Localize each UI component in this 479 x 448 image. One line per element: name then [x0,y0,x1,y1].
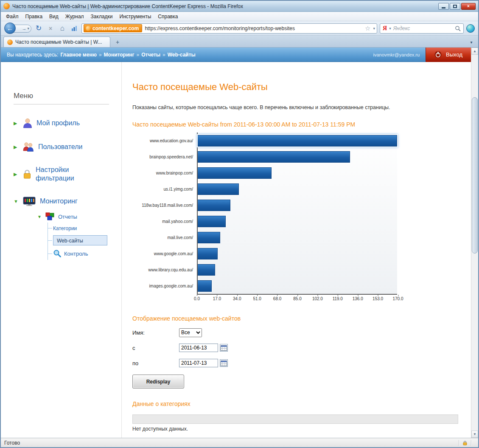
name-select[interactable]: Все [179,328,202,337]
maximize-button[interactable] [450,3,460,10]
urlbar-dropdown-icon[interactable]: ▾ [373,26,375,31]
chevron-right-icon: ▶ [14,121,19,126]
bar-chart-icon [71,25,78,32]
chart-bar[interactable] [198,167,272,179]
forward-icon: → [22,26,26,31]
menubar-item[interactable]: Правка [22,13,46,20]
url-bar[interactable]: contentkeeper.com https://express.conten… [81,23,377,34]
chart-labels: www.education.gov.au/brainpop.speedera.n… [132,132,197,295]
chart-bar[interactable] [198,232,220,243]
tab-label: Часто посещаемые Web-сайты | W... [15,39,102,45]
menubar-item[interactable]: Инструменты [116,13,155,20]
scroll-up-button[interactable]: ▲ [471,48,478,55]
chart-axis-row: 0.017.034.051.068.085.0102.0119.0136.015… [132,295,458,302]
chart-bar-row [198,278,397,294]
sidebar-item-filter-settings[interactable]: ▶ Настройки фильтрации [14,166,121,183]
date-from-row: с [132,343,458,352]
site-favicon [86,26,91,31]
minimize-button[interactable] [438,3,449,10]
search-engine-dropdown-icon[interactable]: ▾ [389,26,391,31]
new-tab-button[interactable]: + [112,38,123,46]
home-button[interactable]: ⌂ [58,24,67,33]
reload-button[interactable]: ↻ [34,24,43,33]
main-content: Часто посещаемые Web-сайты Показаны сайт… [122,62,471,438]
logout-label: Выход [446,51,462,58]
chevron-right-icon: ▶ [14,172,19,177]
sidebar-item-control[interactable]: Контроль [53,247,121,260]
stats-toolbar-button[interactable] [70,24,79,33]
chart-bar[interactable] [198,264,215,276]
redisplay-button[interactable]: Redisplay [132,375,184,389]
date-from-input[interactable] [179,344,218,352]
menubar-item[interactable]: Файл [3,13,22,20]
date-to-calendar-button[interactable] [220,359,228,367]
logout-button[interactable]: Выход [426,48,471,62]
axis-tick-label: 34.0 [233,296,241,301]
chart-category-label: brainpop.speedera.net/ [132,149,197,165]
chart-bar[interactable] [198,135,397,147]
titlebar: Часто посещаемые Web-сайты | Web-админис… [1,1,478,12]
search-icon[interactable] [455,25,461,31]
url-text[interactable]: https://express.contentkeeper.com/monito… [145,25,362,31]
home-icon: ⌂ [60,24,64,33]
axis-tick-label: 170.0 [392,296,403,301]
firefox-icon [3,3,10,9]
sidebar-item-monitoring[interactable]: ▼ Мониторинг [14,196,121,206]
chart-bar[interactable] [198,248,218,259]
categories-section-title: Данные о категориях [132,400,458,407]
search-placeholder[interactable]: Яндекс [393,25,453,31]
axis-tick-label: 102.0 [312,296,323,301]
chart-bar-row [198,132,397,149]
chevron-down-icon: ▼ [37,214,42,219]
breadcrumb-links: Главное меню»Мониторинг»Отчеты»Web-сайты [60,52,195,58]
close-button[interactable]: × [461,3,476,10]
menubar-item[interactable]: Закладки [87,13,116,20]
stop-button[interactable]: × [46,24,55,33]
breadcrumb-link[interactable]: Отчеты [141,52,160,58]
sidebar-item-label: Категории [53,225,77,231]
chart-bar[interactable] [198,200,230,211]
list-all-tabs-button[interactable]: ▾ [467,38,476,46]
top-websites-chart: www.education.gov.au/brainpop.speedera.n… [132,132,458,302]
maximize-icon [453,5,457,8]
date-to-input[interactable] [179,359,218,367]
security-lock-icon[interactable] [462,440,468,445]
chart-bar[interactable] [198,151,350,163]
menubar-item[interactable]: Журнал [62,13,87,20]
breadcrumb-link[interactable]: Мониторинг [104,52,134,58]
sidebar-item-websites[interactable]: Web-сайты [53,234,121,247]
sidebar-item-categories[interactable]: Категории [53,223,121,234]
chart-bar-row [198,149,397,165]
bookmark-star-icon[interactable]: ☆ [365,25,370,32]
page-column: Вы находитесь здесь: Главное меню»Монито… [1,48,471,438]
vertical-scrollbar[interactable]: ▲ ▼ [471,48,478,438]
sidebar-item-my-profile[interactable]: ▶ Мой профиль [14,118,121,128]
scrollbar-track[interactable] [471,55,478,431]
status-separator [459,440,459,446]
date-from-calendar-button[interactable] [220,344,228,352]
menubar-item[interactable]: Вид [46,13,62,20]
breadcrumb-link[interactable]: Главное меню [60,52,97,58]
tab-top-websites[interactable]: Часто посещаемые Web-сайты | W... [3,37,110,47]
back-button[interactable]: ← [4,23,16,34]
chart-bar[interactable] [198,280,212,292]
chart-bar-row [198,181,397,197]
chart-bar-row [198,197,397,213]
chart-bar[interactable] [198,183,239,195]
reports-subtree: Категории Web-сайты Контроль [48,223,121,260]
magnifier-icon [53,249,62,258]
history-dropdown-icon[interactable]: ▾ [27,26,29,31]
sidebar-item-users[interactable]: ▶ Пользователи [14,142,121,152]
site-identity-button[interactable]: contentkeeper.com [84,24,142,32]
sidebar-item-reports[interactable]: ▼ Отчеты [37,212,121,221]
addon-icon[interactable] [466,24,475,33]
menubar-item[interactable]: Справка [154,13,181,20]
person-icon [23,118,32,128]
date-to-row: по [132,358,458,368]
page-content: Меню ▶ Мой профиль ▶ [1,62,471,438]
scrollbar-thumb[interactable] [472,97,478,254]
breadcrumb-link[interactable]: Web-сайты [168,52,196,58]
search-box[interactable]: Я ▾ Яндекс [380,23,464,34]
chart-bar[interactable] [198,216,226,227]
scroll-down-button[interactable]: ▼ [471,431,478,438]
